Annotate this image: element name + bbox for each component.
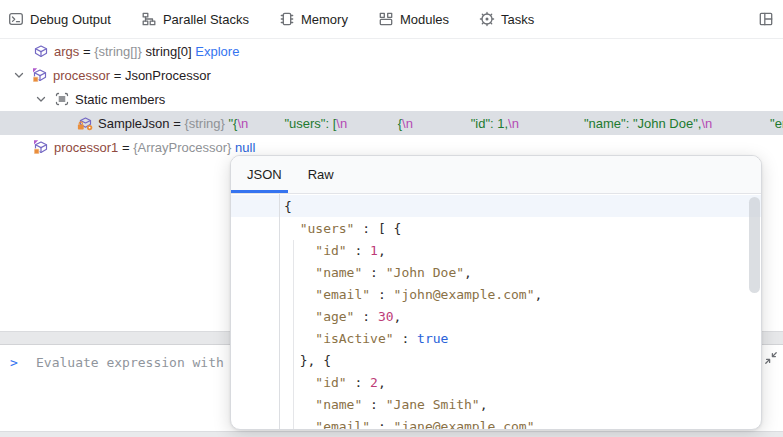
tree-row-samplejson[interactable]: SampleJson = {string} "{\n "users": [\n … xyxy=(0,111,783,135)
token-num: 2 xyxy=(370,375,378,390)
token-key: "email" xyxy=(315,419,370,430)
token-punct xyxy=(284,375,315,390)
tree-text-segment: "id": 1, xyxy=(413,116,508,131)
token-punct xyxy=(284,287,315,302)
tree-text-segment: = xyxy=(170,116,185,131)
inline-link[interactable]: Explore xyxy=(195,44,239,59)
tree-text-segment: {string[]} xyxy=(94,44,142,59)
tree-text-segment: "name": "John Doe", xyxy=(519,116,701,131)
tree-text-segment: processor1 xyxy=(54,140,118,155)
static-members-icon xyxy=(54,91,70,107)
token-punct: : xyxy=(347,243,370,258)
vertical-scrollbar[interactable] xyxy=(749,197,760,293)
token-punct: , xyxy=(378,375,386,390)
token-punct: , xyxy=(464,265,472,280)
modules-icon xyxy=(378,11,394,27)
tree-row-processor[interactable]: processor = JsonProcessor xyxy=(0,63,783,87)
tab-label: Tasks xyxy=(501,12,534,27)
memory-icon xyxy=(279,11,295,27)
object-icon xyxy=(33,139,49,155)
tree-text-segment: SampleJson xyxy=(98,116,170,131)
tree-row-static-members[interactable]: Static members xyxy=(0,87,783,111)
tab-json[interactable]: JSON xyxy=(247,167,282,182)
token-key: "email" xyxy=(315,287,370,302)
token-punct: : [ { xyxy=(354,221,401,236)
tree-text-segment: = JsonProcessor xyxy=(110,68,211,83)
prompt-icon: > xyxy=(10,355,18,370)
tree-text-segment: \n xyxy=(701,116,712,131)
token-punct: : xyxy=(354,309,377,324)
code-line: "name" : "John Doe", xyxy=(284,262,747,284)
tree-text-segment: "users": [ xyxy=(248,116,336,131)
layout-icon[interactable] xyxy=(758,11,774,27)
token-punct: { xyxy=(284,199,292,214)
tab-label: Debug Output xyxy=(30,12,111,27)
parallel-stacks-icon xyxy=(141,11,157,27)
tree-text-segment: \n xyxy=(402,116,413,131)
token-str: "Jane Smith" xyxy=(386,397,480,412)
token-num: 1 xyxy=(370,243,378,258)
tasks-icon xyxy=(479,11,495,27)
debugger-panel: Debug OutputParallel StacksMemoryModules… xyxy=(0,0,783,437)
tab-parallel-stacks[interactable]: Parallel Stacks xyxy=(141,11,249,27)
variable-icon xyxy=(33,43,49,59)
token-punct xyxy=(284,309,315,324)
token-bool: true xyxy=(417,331,448,346)
json-code: { "users" : [ { "id" : 1, "name" : "John… xyxy=(284,196,747,430)
code-line: "id" : 2, xyxy=(284,372,747,394)
tab-raw[interactable]: Raw xyxy=(308,167,334,182)
tree-text-segment: {string} xyxy=(184,116,228,131)
tab-label: Parallel Stacks xyxy=(163,12,249,27)
json-viewer-tabbar: JSON Raw xyxy=(231,156,761,194)
tree-text-segment: processor xyxy=(53,68,110,83)
token-key: "age" xyxy=(315,309,354,324)
chevron-down-icon[interactable] xyxy=(33,91,49,107)
tree-text-segment: "er xyxy=(712,116,783,131)
token-str: "John Doe" xyxy=(386,265,464,280)
debug-toolbar: Debug OutputParallel StacksMemoryModules… xyxy=(0,0,783,39)
tab-tasks[interactable]: Tasks xyxy=(479,11,534,27)
token-punct: : xyxy=(362,397,385,412)
bottom-edge-strip xyxy=(0,431,783,437)
tab-label: Memory xyxy=(301,12,348,27)
tree-text-segment: args xyxy=(54,44,79,59)
token-punct xyxy=(284,331,315,346)
token-punct: : xyxy=(362,265,385,280)
code-line: "isActive" : true xyxy=(284,328,747,350)
code-line: "age" : 30, xyxy=(284,306,747,328)
console-icon xyxy=(8,11,24,27)
tree-text-segment: \n xyxy=(336,116,347,131)
variables-tree: args = {string[]} string[0] Exploreproce… xyxy=(0,39,783,159)
token-punct: , xyxy=(534,287,542,302)
code-line: "id" : 1, xyxy=(284,240,747,262)
tab-modules[interactable]: Modules xyxy=(378,11,449,27)
json-editor[interactable]: { "users" : [ { "id" : 1, "name" : "John… xyxy=(231,194,761,430)
json-viewer-popup: JSON Raw { "users" : [ { "id" : 1, "name… xyxy=(230,155,762,430)
token-num: 30 xyxy=(378,309,394,324)
token-key: "name" xyxy=(315,265,362,280)
token-punct: : xyxy=(347,375,370,390)
code-line: { xyxy=(284,196,747,218)
tree-text-segment: {ArrayProcessor} xyxy=(133,140,231,155)
token-punct xyxy=(284,419,315,430)
token-punct: : xyxy=(370,287,393,302)
tab-memory[interactable]: Memory xyxy=(279,11,348,27)
token-str: "jane@example.com" xyxy=(394,419,535,430)
static-field-icon xyxy=(77,115,93,131)
tree-text-segment: \n xyxy=(237,116,248,131)
token-key: "users" xyxy=(300,221,355,236)
token-punct xyxy=(284,221,300,236)
token-punct: : xyxy=(370,419,393,430)
tab-label: Modules xyxy=(400,12,449,27)
code-line: "users" : [ { xyxy=(284,218,747,240)
collapse-arrows-icon[interactable] xyxy=(763,350,779,366)
tree-text-segment: string[0] xyxy=(142,44,195,59)
tree-row-args[interactable]: args = {string[]} string[0] Explore xyxy=(0,39,783,63)
active-tab-underline xyxy=(231,190,288,193)
token-punct xyxy=(284,243,315,258)
token-punct: }, { xyxy=(284,353,331,368)
chevron-down-icon[interactable] xyxy=(11,67,27,83)
token-key: "isActive" xyxy=(315,331,393,346)
tab-debug-output[interactable]: Debug Output xyxy=(8,11,111,27)
token-punct: , xyxy=(480,397,488,412)
